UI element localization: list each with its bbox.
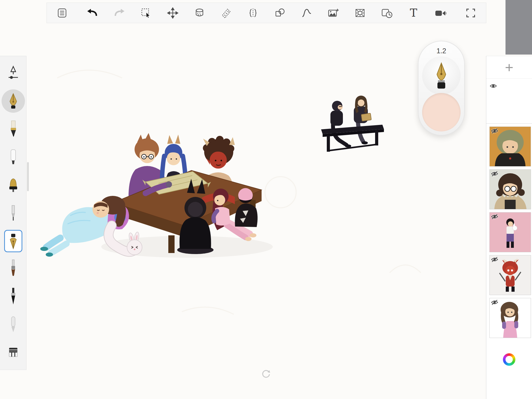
redo-arrow-icon[interactable] [112,5,127,21]
layer-hidden-eye-icon[interactable] [491,128,498,134]
tool-sidebar [0,56,26,370]
ink-pot-pen-tool[interactable] [1,174,26,197]
fullscreen-corners-icon[interactable] [463,5,478,21]
layer-thumbnail-hidden-5[interactable] [489,298,531,338]
ruler-icon[interactable] [219,5,234,21]
curve-icon[interactable] [299,5,314,21]
timelapse-clock-icon[interactable] [379,5,394,21]
menu-list-icon[interactable] [55,5,70,21]
add-layer-button[interactable]: + [486,56,532,79]
pastel-tool[interactable] [1,313,26,337]
symmetry-icon[interactable] [245,5,261,21]
layer-hidden-eye-icon[interactable] [491,256,498,263]
layers-panel: + [486,56,532,399]
brush-size-value: 1.2 [418,47,464,55]
marquee-select-icon[interactable] [138,5,154,21]
active-tool-preview[interactable] [422,56,461,95]
drawing-app: T [0,0,532,399]
layer-thumbnail-hidden-3[interactable] [489,212,531,252]
brush-settings-icon[interactable] [1,61,26,85]
round-nib-pen-tool[interactable] [1,89,26,113]
eraser-icon[interactable] [1,341,26,365]
ink-brush-tool[interactable] [1,285,26,309]
perspective-grid-icon[interactable] [353,5,368,21]
canvas-scrollbar[interactable] [27,162,29,191]
move-arrows-icon[interactable] [165,5,180,21]
top-toolbar: T [46,3,486,23]
corner-spacer-block [506,0,532,55]
fill-cylinder-icon[interactable] [192,5,207,21]
color-wheel-center [506,356,513,363]
video-camera-icon[interactable] [433,5,448,21]
layer-visible-eye-icon[interactable] [489,83,497,89]
text-icon[interactable]: T [406,5,421,21]
shape-overlap-icon[interactable] [272,5,287,21]
layer-thumbnail-hidden-1[interactable] [489,127,531,167]
layer-current[interactable] [486,79,532,124]
brush-size-hud[interactable]: 1.2 [418,41,465,136]
fountain-pen-tool-selected[interactable] [4,230,22,252]
rotate-reset-icon[interactable] [261,369,271,379]
marker-tool[interactable] [1,145,26,169]
undo-arrow-icon[interactable] [85,5,100,21]
round-nib-pen-bg [2,89,25,113]
pencil-tool[interactable] [1,117,26,141]
layer-hidden-eye-icon[interactable] [491,299,498,305]
fountain-pen-nib-icon [434,61,449,90]
layer-hidden-eye-icon[interactable] [491,214,498,220]
paint-brush-tool[interactable] [1,257,26,281]
layer-thumbnail-hidden-4[interactable] [489,255,531,295]
image-add-icon[interactable] [326,5,341,21]
bench-scene [321,96,384,152]
fineliner-tool[interactable] [1,202,26,226]
text-icon-glyph: T [410,8,417,18]
layer-thumbnail-hidden-2[interactable] [489,169,531,209]
active-color-swatch[interactable] [422,93,461,131]
color-wheel-button[interactable] [503,353,515,366]
layer-hidden-eye-icon[interactable] [491,171,498,177]
table-scene [40,133,273,258]
